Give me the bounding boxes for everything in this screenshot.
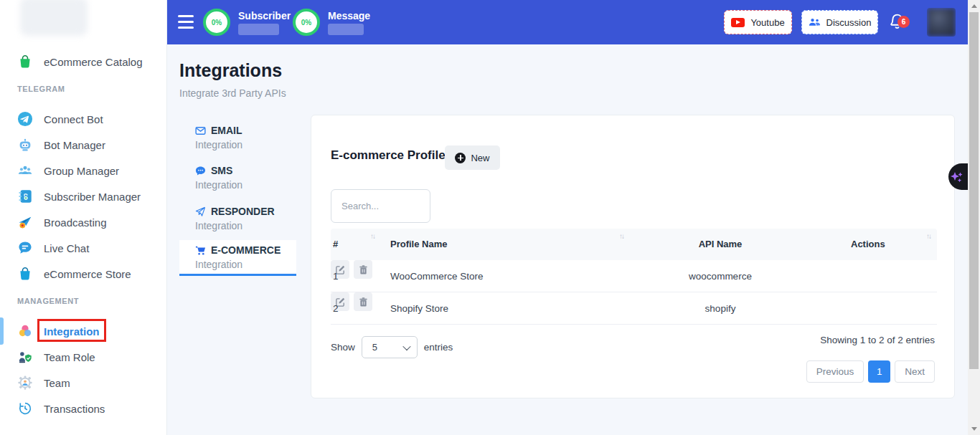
ecommerce-profile-card: E-commerce Profile New # ↑↓ Profile Name… xyxy=(311,115,955,398)
message-gauge-label: Message xyxy=(328,10,370,21)
column-header-api-name[interactable]: API Name xyxy=(699,229,743,260)
profile-name-cell: Shopify Store xyxy=(390,292,448,325)
app-logo xyxy=(20,0,88,36)
shopping-bag-green-icon xyxy=(17,54,33,70)
table-row: 1 WooCommerce Store woocommerce xyxy=(331,260,937,292)
notifications-button[interactable]: 6 xyxy=(887,12,909,34)
previous-page-button[interactable]: Previous xyxy=(806,360,864,383)
avatar-image xyxy=(927,8,956,37)
sidebar-item-label: Team xyxy=(44,377,70,389)
delete-button[interactable] xyxy=(354,292,372,311)
table-header-row: # ↑↓ Profile Name ↑↓ API Name Actions ↑↓ xyxy=(331,229,937,260)
sidebar-item-connect-bot[interactable]: Connect Bot xyxy=(0,106,166,132)
role-shield-icon xyxy=(17,349,33,365)
scroll-down-button[interactable] xyxy=(968,423,980,435)
new-profile-button[interactable]: New xyxy=(445,145,500,170)
color-circles-icon xyxy=(17,323,33,339)
sidebar-item-team-role[interactable]: Team Role xyxy=(0,344,166,370)
scroll-up-button[interactable] xyxy=(968,0,980,12)
page-subtitle: Integrate 3rd Party APIs xyxy=(179,87,286,99)
sort-icon[interactable]: ↑↓ xyxy=(926,231,930,242)
tab-label: E-COMMERCE xyxy=(211,244,281,256)
page-size-select[interactable]: 5 xyxy=(362,336,418,358)
api-name-cell: shopify xyxy=(705,292,736,325)
discussion-button-label: Discussion xyxy=(826,17,872,28)
trash-icon xyxy=(358,297,369,307)
robot-icon xyxy=(17,137,33,153)
topbar: 0% Subscriber 0% Message Youtube Discuss… xyxy=(167,0,968,44)
delete-button[interactable] xyxy=(354,260,372,279)
youtube-button[interactable]: Youtube xyxy=(724,10,792,34)
sidebar-nav: eCommerce Catalog TELEGRAM Connect Bot B… xyxy=(0,49,166,421)
envelope-icon xyxy=(195,125,206,136)
sidebar-item-label: Transactions xyxy=(44,403,105,415)
hamburger-menu-icon[interactable] xyxy=(178,15,194,29)
tab-label: RESPONDER xyxy=(211,206,275,217)
profile-name-cell: WooCommerce Store xyxy=(390,260,484,292)
tab-sublabel: Integration xyxy=(195,257,296,272)
app-window: eCommerce Catalog TELEGRAM Connect Bot B… xyxy=(0,0,980,435)
tab-sms-integration[interactable]: SMS Integration xyxy=(179,161,296,196)
sidebar-item-label: Broadcasting xyxy=(44,216,107,229)
sidebar-item-integration[interactable]: Integration xyxy=(0,318,166,344)
user-avatar[interactable] xyxy=(927,8,956,37)
people-icon xyxy=(809,17,821,27)
sidebar-item-ecommerce-catalog[interactable]: eCommerce Catalog xyxy=(0,49,166,75)
page-size-control: Show 5 entries xyxy=(331,336,453,358)
sidebar-item-label: Subscriber Manager xyxy=(44,191,141,203)
broadcast-icon xyxy=(17,214,33,230)
subscriber-gauge: 0% xyxy=(203,9,230,36)
pagination: Previous 1 Next xyxy=(806,360,935,383)
sidebar-item-broadcasting[interactable]: Broadcasting xyxy=(0,209,166,235)
contact-book-icon xyxy=(17,188,33,204)
vertical-scrollbar[interactable] xyxy=(968,0,980,435)
history-clock-icon xyxy=(17,401,33,416)
sidebar-item-team[interactable]: Team xyxy=(0,370,166,396)
sort-icon[interactable]: ↑↓ xyxy=(619,231,623,242)
message-gauge-value: 0% xyxy=(301,19,311,27)
entries-label: entries xyxy=(424,342,453,353)
scrollbar-thumb[interactable] xyxy=(969,12,979,369)
sidebar-item-ecommerce-store[interactable]: eCommerce Store xyxy=(0,261,166,287)
profiles-table: # ↑↓ Profile Name ↑↓ API Name Actions ↑↓… xyxy=(331,229,937,325)
team-gear-icon xyxy=(17,375,33,391)
sidebar-item-bot-manager[interactable]: Bot Manager xyxy=(0,132,166,158)
sidebar-item-label: Team Role xyxy=(44,351,95,363)
chat-bubble-icon xyxy=(17,240,33,256)
sidebar-item-live-chat[interactable]: Live Chat xyxy=(0,235,166,261)
sidebar-item-label: Bot Manager xyxy=(44,139,105,151)
sidebar-item-group-manager[interactable]: Group Manager xyxy=(0,158,166,183)
notification-count-badge: 6 xyxy=(897,16,910,28)
next-page-button[interactable]: Next xyxy=(895,360,935,383)
sidebar-item-transactions[interactable]: Transactions xyxy=(0,396,166,421)
column-header-profile-name[interactable]: Profile Name xyxy=(390,229,447,260)
message-gauge: 0% xyxy=(293,9,320,36)
new-button-label: New xyxy=(471,153,489,163)
tab-sublabel: Integration xyxy=(195,178,296,192)
sidebar-item-label: Group Manager xyxy=(44,165,119,177)
page-1-button[interactable]: 1 xyxy=(868,360,890,383)
shopping-bag-blue-icon xyxy=(17,266,33,282)
tab-sublabel: Integration xyxy=(195,219,296,233)
arrow-down-icon xyxy=(971,427,977,431)
subscriber-gauge-label: Subscriber xyxy=(238,10,291,21)
sidebar: eCommerce Catalog TELEGRAM Connect Bot B… xyxy=(0,0,167,435)
discussion-button[interactable]: Discussion xyxy=(801,10,878,34)
page-title: Integrations xyxy=(179,60,282,81)
sort-icon[interactable]: ↑↓ xyxy=(370,231,374,242)
plus-circle-icon xyxy=(455,153,466,163)
sidebar-item-subscriber-manager[interactable]: Subscriber Manager xyxy=(0,183,166,209)
sidebar-section-management: MANAGEMENT xyxy=(17,297,166,307)
paper-plane-icon xyxy=(195,206,206,217)
message-redacted-value xyxy=(328,24,364,35)
tab-label: EMAIL xyxy=(211,125,242,136)
sparkles-icon xyxy=(948,168,966,186)
tab-responder-integration[interactable]: RESPONDER Integration xyxy=(179,201,296,237)
subscriber-redacted-value xyxy=(238,24,279,35)
tab-sublabel: Integration xyxy=(195,138,296,152)
tab-email-integration[interactable]: EMAIL Integration xyxy=(179,120,296,156)
tab-ecommerce-integration[interactable]: E-COMMERCE Integration xyxy=(179,240,296,276)
column-header-num[interactable]: # xyxy=(333,229,338,260)
telegram-icon xyxy=(17,111,33,127)
search-input[interactable] xyxy=(331,189,430,223)
